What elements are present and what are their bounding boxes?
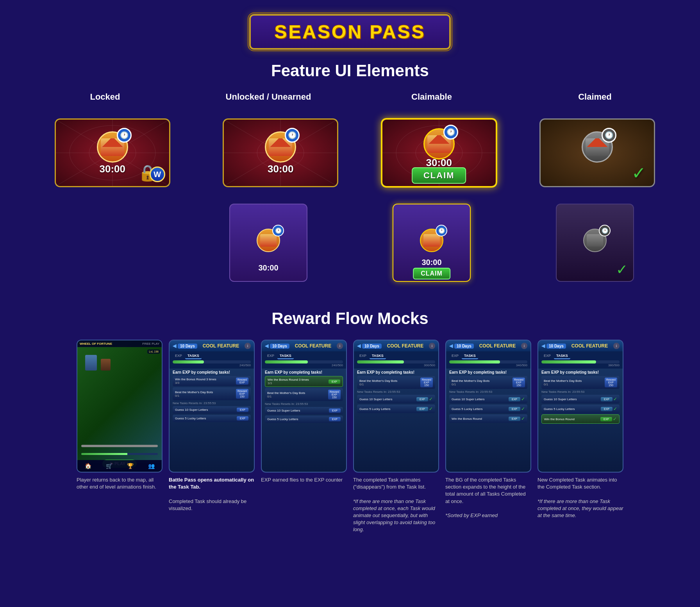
back-btn-5[interactable]: ◀ (449, 343, 453, 349)
desc-3-main: EXP earned flies to the EXP counter (261, 477, 343, 483)
tab-tasks-2[interactable]: TASKS (185, 353, 202, 359)
check-18: ✓ (613, 406, 617, 412)
task-reward-2: RewardEXP150 (236, 389, 248, 399)
tasks-section-3: Earn EXP by completing tasks! Win the Bo… (262, 369, 346, 426)
tab-tasks-6[interactable]: TASKS (554, 353, 570, 359)
days-badge-6: 10 Days (546, 344, 566, 349)
nav-trophy-icon[interactable]: 🏆 (127, 463, 134, 469)
feature-ui-section: Feature UI Elements Locked Unlocked / Un… (0, 61, 700, 282)
exp-bar-4 (357, 360, 435, 363)
feature-title-2: COOL FEATURE (199, 343, 243, 349)
check-14: ✓ (521, 406, 525, 412)
task-text-18: Guess 5 Lucky Letters (544, 407, 601, 411)
small-claim-button[interactable]: CLAIM (413, 268, 450, 279)
reward-flow-title: Reward Flow Mocks (16, 309, 684, 328)
desc-4-main: The completed Task animates ("disappears… (353, 477, 426, 490)
feature-title-6: COOL FEATURE (568, 343, 612, 349)
claim-button[interactable]: CLAIM (412, 167, 466, 184)
clock-icon-2: 🕐 (285, 128, 300, 143)
task-item-4: Guess 5 Lucky Letters EXP (173, 415, 251, 422)
task-reward-5: EXP (329, 380, 340, 384)
tab-row-3: EXP TASKS (265, 353, 343, 359)
tab-row-6: EXP TASKS (541, 353, 620, 359)
task-text-4: Guess 5 Lucky Letters (175, 417, 237, 420)
timer-locked: 30:00 (100, 163, 126, 175)
task-reward-13: EXP (509, 397, 520, 401)
road (81, 445, 158, 447)
nav-home-icon[interactable]: 🏠 (85, 463, 91, 469)
info-btn-2[interactable]: i (245, 343, 251, 349)
season-pass-badge: SEASON PASS (249, 14, 450, 50)
desc-5-main: The BG of the completed Tasks section ex… (445, 477, 526, 504)
tab-tasks-4[interactable]: TASKS (370, 353, 386, 359)
task-reward-12: RewardEXP150 (512, 378, 525, 387)
tab-exp-2[interactable]: EXP (173, 353, 184, 359)
task-reward-3: EXP (237, 408, 248, 412)
task-reward-16: RewardEXP150 (605, 378, 617, 387)
earn-text-2: Earn EXP by completing tasks! (173, 370, 251, 374)
mock-desc-2: Battle Pass opens automatically on the T… (169, 476, 255, 512)
mock-map: WHEEL OF FORTUNE FREE PLAY LvL 198 (77, 340, 162, 472)
task-text-3: Guess 10 Super Letters (175, 408, 237, 412)
nav-friends-icon[interactable]: 👥 (148, 463, 155, 469)
unlocked-card: 🕐 30:00 (224, 120, 337, 186)
nav-store-icon[interactable]: 🛒 (106, 463, 112, 469)
tab-tasks-3[interactable]: TASKS (277, 353, 294, 359)
mock-screen-3: ◀ 10 Days COOL FEATURE i EXP TASKS 240/5… (261, 340, 347, 473)
back-btn-6[interactable]: ◀ (541, 343, 545, 349)
exp-section-3: EXP TASKS 240/500 (262, 351, 346, 369)
info-btn-6[interactable]: i (613, 343, 620, 349)
mock-desc-6: New Completed Task animates into the Com… (538, 476, 623, 519)
task-reward-7: EXP (329, 408, 341, 413)
mock-card-6: ◀ 10 Days COOL FEATURE i EXP TASKS 380/5… (538, 340, 623, 534)
task-reward-check-8: EXP ✓ (600, 416, 617, 422)
xp-fill (81, 453, 127, 455)
task-reward-18: EXP (601, 407, 612, 411)
tasks-reset-3: New Tasks Resets In: 23:55:53 (265, 402, 343, 406)
task-text-17: Guess 10 Super Letters (544, 398, 601, 401)
task-text-13: Guess 10 Super Letters (452, 398, 509, 401)
tab-exp-6[interactable]: EXP (541, 353, 553, 359)
task-item-15: Win the Bonus Round EXP ✓ (449, 414, 527, 423)
exp-bar-6 (541, 360, 620, 363)
small-clock-2: 🕐 (436, 225, 447, 236)
info-btn-4[interactable]: i (429, 343, 435, 349)
exp-label-2: 240/500 (173, 363, 251, 367)
tab-exp-3[interactable]: EXP (265, 353, 277, 359)
timer-unlocked: 30:00 (268, 163, 294, 175)
map-content: LvL 198 (77, 347, 162, 463)
task-item-1: Win the Bonus Round 3 times3/3 RewardEXP (173, 376, 251, 386)
small-checkmark: ✓ (616, 261, 628, 278)
task-item-14: Guess 5 Lucky Letters EXP ✓ (449, 405, 527, 413)
info-btn-5[interactable]: i (521, 343, 527, 349)
mock-card-1: WHEEL OF FORTUNE FREE PLAY LvL 198 (77, 340, 162, 534)
tab-exp-5[interactable]: EXP (449, 353, 461, 359)
free-unlocked-card: 🕐 30:00 (229, 204, 307, 282)
info-btn-3[interactable]: i (337, 343, 343, 349)
clock-icon-3: 🕐 (443, 125, 458, 140)
back-btn-2[interactable]: ◀ (173, 343, 176, 349)
earn-text-4: Earn EXP by completing tasks! (357, 370, 435, 374)
task-text-16: Beat the Mother's Day Bots0/1 (544, 379, 605, 386)
back-btn-4[interactable]: ◀ (357, 343, 361, 349)
w-badge: W (150, 167, 165, 182)
tab-exp-4[interactable]: EXP (357, 353, 369, 359)
task-item-8: Guess 5 Lucky Letters EXP (265, 415, 343, 423)
task-item-11: Guess 5 Lucky Letters EXP ✓ (357, 405, 435, 413)
mock-desc-3: EXP earned flies to the EXP counter (261, 476, 347, 483)
exp-label-6: 380/500 (541, 363, 620, 367)
small-reward-icon-3: 🕐 (583, 229, 607, 252)
tasks-section-5: Earn EXP by completing tasks! Beat the M… (446, 369, 530, 426)
feature-title-5: COOL FEATURE (475, 343, 520, 349)
desc-4-note: *If there are more than one Task complet… (353, 498, 435, 533)
task-reward-10: EXP (416, 397, 428, 401)
mock-header-6: ◀ 10 Days COOL FEATURE i (538, 340, 623, 351)
tab-tasks-5[interactable]: TASKS (462, 353, 478, 359)
small-timer-unlocked: 30:00 (258, 263, 278, 272)
exp-fill-3 (265, 360, 308, 363)
back-btn-3[interactable]: ◀ (265, 343, 268, 349)
earn-text-5: Earn EXP by completing tasks! (449, 370, 527, 374)
exp-section-2: EXP TASKS 240/500 (170, 351, 254, 369)
task-reward-8: EXP (329, 417, 341, 421)
task-item-12: Beat the Mother's Day Bots0/1 RewardEXP1… (449, 376, 527, 389)
